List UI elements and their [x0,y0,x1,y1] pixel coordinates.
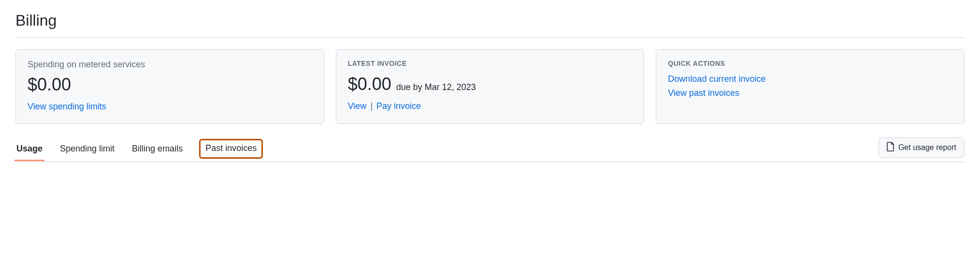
view-past-invoices-link[interactable]: View past invoices [668,88,952,98]
quick-actions-label: QUICK ACTIONS [668,60,952,67]
spending-card-title: Spending on metered services [28,60,312,70]
tabs-row: Usage Spending limit Billing emails Past… [15,137,965,162]
tab-billing-emails[interactable]: Billing emails [131,139,184,161]
spending-card: Spending on metered services $0.00 View … [15,49,324,124]
view-invoice-link[interactable]: View [348,101,367,111]
file-icon [887,142,894,153]
page-title: Billing [15,12,965,30]
summary-cards-row: Spending on metered services $0.00 View … [15,49,965,124]
tabs: Usage Spending limit Billing emails Past… [15,139,879,161]
invoice-amount: $0.00 [348,74,391,94]
tab-past-invoices[interactable]: Past invoices [199,139,263,159]
pipe-separator: | [370,101,373,111]
invoice-due-by: due by Mar 12, 2023 [396,82,476,92]
tab-usage[interactable]: Usage [15,139,43,161]
invoice-links-row: View | Pay invoice [348,101,633,111]
tab-spending-limit[interactable]: Spending limit [59,139,115,161]
page-header: Billing [15,12,965,38]
invoice-amount-row: $0.00 due by Mar 12, 2023 [348,74,633,94]
latest-invoice-label: LATEST INVOICE [348,60,633,67]
view-spending-limits-link[interactable]: View spending limits [28,102,106,111]
spending-amount: $0.00 [28,75,71,95]
pay-invoice-link[interactable]: Pay invoice [376,101,421,111]
quick-actions-card: QUICK ACTIONS Download current invoice V… [656,49,965,124]
download-current-invoice-link[interactable]: Download current invoice [668,74,952,84]
spending-amount-row: $0.00 [28,75,312,95]
quick-links: Download current invoice View past invoi… [668,74,952,98]
get-usage-report-label: Get usage report [898,143,956,152]
latest-invoice-card: LATEST INVOICE $0.00 due by Mar 12, 2023… [336,49,645,124]
get-usage-report-button[interactable]: Get usage report [879,137,965,158]
